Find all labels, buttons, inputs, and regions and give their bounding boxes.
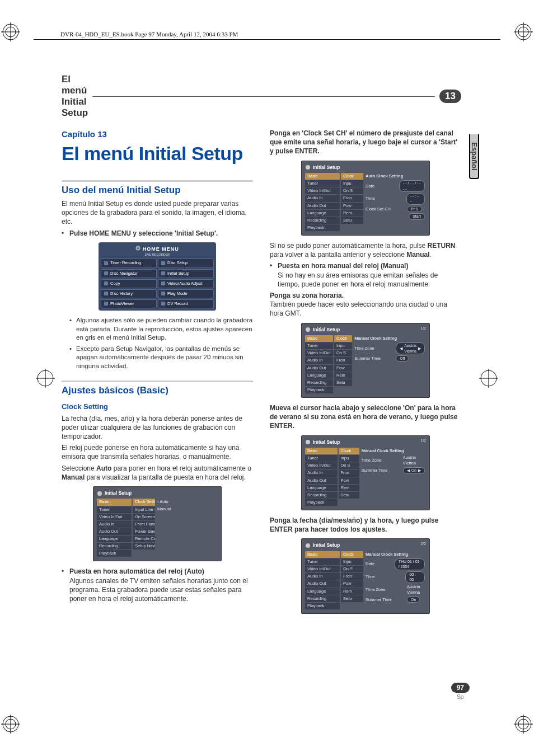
initial-setup-osd-auto-clock: Initial Setup BasicTunerVideo In/OutAudi… <box>301 161 430 236</box>
gear-icon <box>305 439 311 445</box>
osd-sidebar-item: Basic <box>305 448 338 454</box>
osd-sidebar-item: Audio Out <box>97 528 132 535</box>
page-footer: 97 Sp <box>451 682 470 700</box>
osd-sidebar-item: On S <box>341 566 363 572</box>
home-menu-item: PhotoViewer <box>101 299 157 308</box>
osd-sidebar-item: Rem <box>339 485 359 491</box>
manual-page: { "header_book_info": "DVR-04_HDD_EU_ES.… <box>0 0 534 756</box>
page-number: 97 <box>451 683 470 693</box>
osd-sidebar-item: Rem <box>341 210 363 217</box>
osd-value-row: Summer Time◀On▶ <box>360 467 426 474</box>
osd-sidebar-item: Setu <box>339 492 359 499</box>
osd-sidebar-item: Recording <box>305 595 340 602</box>
osd-sidebar-item: Language <box>305 210 340 217</box>
registration-mark-icon <box>1 715 20 734</box>
osd-sidebar-item: Rem <box>334 372 352 379</box>
paragraph: El menú Initial Setup es donde usted pue… <box>62 199 253 227</box>
osd-sidebar-item: Tuner <box>97 506 132 513</box>
home-menu-item: DV Record <box>158 299 214 308</box>
osd-sidebar-item: Playback <box>305 387 333 393</box>
gear-icon <box>305 327 311 332</box>
osd-sidebar-item: On S <box>339 462 359 469</box>
osd-sidebar-item: Language <box>97 536 132 542</box>
chapter-label: Capítulo 13 <box>62 129 253 140</box>
initial-setup-osd-manual-2: 1/2 Initial Setup BasicTunerVideo In/Out… <box>301 435 430 510</box>
osd-sidebar-item: Audio In <box>97 521 132 528</box>
osd-sidebar-item: Basic <box>305 173 340 180</box>
instruction: Ponga su zona horaria. También puede hac… <box>270 291 461 318</box>
osd-sidebar-item: Language <box>305 485 338 491</box>
osd-sidebar-item: Video In/Out <box>97 514 132 520</box>
section-header-bar: El menú Initial Setup 13 <box>62 74 461 119</box>
home-menu-item: Disc Setup <box>158 259 214 267</box>
osd-sidebar-item: Basic <box>305 551 340 558</box>
subheading-clock: Clock Setting <box>62 402 253 412</box>
osd-sidebar-item: Pow <box>339 477 359 484</box>
osd-value-row: Time ZoneAustria Vienna <box>360 454 426 467</box>
osd-sidebar-item: Audio Out <box>305 203 340 209</box>
osd-sidebar-item: Fron <box>334 357 352 364</box>
svg-rect-26 <box>104 271 108 275</box>
osd-value-row: Date- - / - - / - - - - <box>364 180 426 192</box>
chapter-title: El menú Initial Setup <box>62 141 253 167</box>
osd-sidebar-item: Audio In <box>305 573 340 580</box>
home-menu-item: Initial Setup <box>158 269 214 278</box>
osd-sidebar-item: Language <box>305 372 333 379</box>
instruction-bullet: Puesta en hora automática del reloj (Aut… <box>62 567 253 603</box>
osd-sidebar-item: Tuner <box>305 455 338 462</box>
instruction-bullet: Pulse HOME MENU y seleccione 'Initial Se… <box>62 229 253 238</box>
osd-sidebar-item: Pow <box>334 365 352 372</box>
home-menu-item: Disc Navigator <box>101 269 157 278</box>
home-menu-osd: HOME MENU DVD RECORDER Timer RecordingDi… <box>99 242 216 311</box>
registration-mark-icon <box>479 369 498 388</box>
svg-rect-31 <box>161 292 165 295</box>
osd-sidebar-item: Inpu <box>334 342 352 349</box>
osd-sidebar-item: Fron <box>341 573 363 580</box>
home-menu-item: Timer Recording <box>101 259 157 267</box>
osd-submenu-item: Clock Setting <box>133 499 155 505</box>
osd-sidebar-item: Fron <box>341 195 363 201</box>
osd-value-row: Summer TimeOn <box>364 596 426 603</box>
instruction: Ponga en 'Clock Set CH' el número de pre… <box>270 129 461 156</box>
osd-sidebar-item: Language <box>305 588 340 595</box>
osd-value-row: Clock Set CHPr 1 <box>364 205 426 213</box>
svg-rect-27 <box>161 271 165 275</box>
osd-submenu-item: Input Line System <box>133 506 155 513</box>
instruction: Mueva el cursor hacia abajo y seleccione… <box>270 403 461 431</box>
osd-sidebar-item: Inpu <box>339 455 359 462</box>
osd-sidebar-item: Pow <box>341 203 363 209</box>
svg-rect-24 <box>104 261 108 265</box>
svg-rect-32 <box>104 302 108 306</box>
heading-basic: Ajustes básicos (Basic) <box>62 381 253 397</box>
header-rule <box>34 39 500 40</box>
home-menu-item: Copy <box>101 279 157 288</box>
initial-setup-osd-basic: Initial Setup BasicTunerVideo In/OutAudi… <box>93 486 222 561</box>
osd-sidebar-item: Recording <box>305 379 333 386</box>
svg-rect-28 <box>104 281 108 285</box>
registration-mark-icon <box>1 22 20 41</box>
osd-sidebar-item: Video In/Out <box>305 462 338 469</box>
osd-sidebar-item: Playback <box>305 224 340 231</box>
osd-sidebar-item: Inpu <box>341 558 363 565</box>
svg-point-23 <box>138 247 139 248</box>
svg-rect-33 <box>161 302 165 306</box>
home-menu-item: Disc History <box>101 289 157 298</box>
osd-value-row: Summer TimeOff <box>353 355 426 362</box>
osd-sidebar-item: Pow <box>341 580 363 587</box>
osd-sidebar-item: Clock <box>341 551 363 558</box>
osd-sidebar-item: Clock <box>334 335 352 342</box>
osd-sidebar-item: Audio Out <box>305 365 333 372</box>
osd-submenu-item: Front Panel Display <box>133 521 155 528</box>
registration-mark-icon <box>514 715 533 734</box>
svg-point-34 <box>97 491 102 496</box>
osd-sidebar-item: Video In/Out <box>305 566 340 572</box>
osd-sidebar-item: Audio In <box>305 469 338 476</box>
osd-sidebar-item: Playback <box>305 603 340 609</box>
paragraph: Si no se pudo poner automáticamente la h… <box>270 241 461 259</box>
osd-sidebar-item: On S <box>341 187 363 194</box>
instruction: Ponga la fecha (día/mes/año) y la hora, … <box>270 516 461 534</box>
paragraph: Seleccione Auto para poner en hora el re… <box>62 464 253 482</box>
section-rule <box>92 96 435 97</box>
osd-sidebar-item: Playback <box>97 550 132 557</box>
osd-sidebar-item: Basic <box>97 499 132 505</box>
